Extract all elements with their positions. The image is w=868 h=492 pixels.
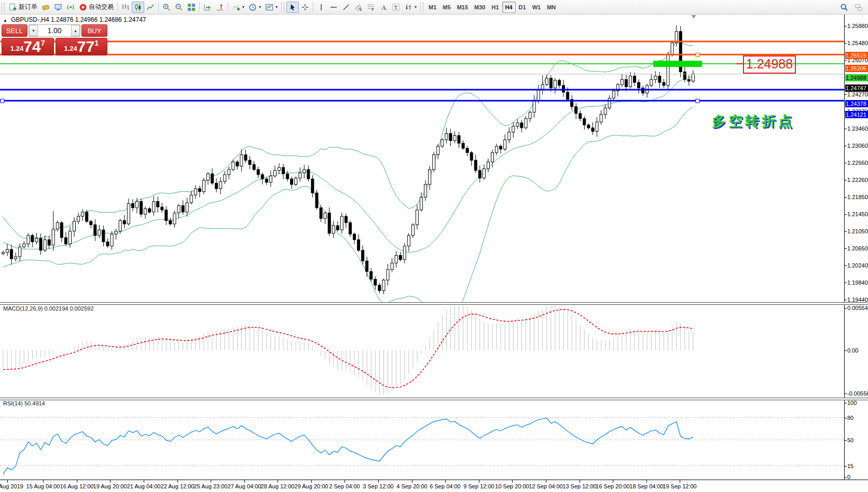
chat-button[interactable] xyxy=(852,2,865,13)
turn-price-annotation[interactable]: 1.24988 xyxy=(743,55,796,74)
time-tick-label: 25 Aug 23:00 xyxy=(194,483,228,489)
timeframe-m15[interactable]: M15 xyxy=(454,2,471,13)
equidistant-channel-button[interactable]: E xyxy=(352,2,365,13)
terminal-window-button[interactable] xyxy=(52,2,64,13)
resistance-line-2-handle[interactable] xyxy=(696,53,699,57)
collapse-trade-panel-icon[interactable]: ▲ xyxy=(3,18,7,23)
auto-scroll-button[interactable] xyxy=(201,2,214,13)
rsi-tick-label: 80 xyxy=(847,415,853,421)
axis-tick xyxy=(845,466,847,467)
turn-text-annotation[interactable]: 多空转折点 xyxy=(712,112,795,131)
toolbar-grip[interactable] xyxy=(281,3,284,12)
sell-price-sup: 7 xyxy=(41,39,45,47)
toolbar-separator xyxy=(158,2,159,12)
rsi-tick-label: 15 xyxy=(847,463,853,469)
time-tick-label: 3 Sep 12:00 xyxy=(363,483,393,489)
price-tick-label: 1.21050 xyxy=(847,228,868,234)
panel-splitter[interactable] xyxy=(0,302,868,305)
timeframe-m30-label: M30 xyxy=(474,4,485,10)
rsi-value: 50.4914 xyxy=(24,400,45,406)
buy-button[interactable]: BUY xyxy=(81,24,107,37)
indicators-button[interactable]: ▾ xyxy=(230,2,246,13)
resistance-line-1-price-label: 1.25515 xyxy=(845,52,868,59)
line-chart-button[interactable] xyxy=(144,2,157,13)
rsi-tick-label: 50 xyxy=(847,437,853,443)
time-tick-label: 22 Aug 12:00 xyxy=(161,483,195,489)
toolbar-separator xyxy=(117,2,118,12)
level-lines[interactable] xyxy=(0,41,845,103)
support-line-2-handle[interactable] xyxy=(696,99,699,103)
axis-tick xyxy=(845,231,847,232)
time-tick-label: 13 Sep 12:00 xyxy=(562,483,596,489)
timeframe-h4[interactable]: H4 xyxy=(502,2,516,13)
volume-increase-button[interactable]: ▲ xyxy=(71,25,80,36)
timeframe-mn[interactable]: MN xyxy=(544,2,559,13)
toolbar-grip[interactable] xyxy=(2,3,5,12)
toolbar-grip[interactable] xyxy=(420,3,423,12)
cursor-button[interactable] xyxy=(286,2,299,13)
timeframe-m30[interactable]: M30 xyxy=(471,2,488,13)
trendline-button[interactable] xyxy=(340,2,352,13)
chart-shift-marker[interactable] xyxy=(691,15,696,19)
volume-input[interactable] xyxy=(38,25,71,36)
periods-button[interactable]: ▾ xyxy=(246,2,263,13)
timeframe-m5[interactable]: M5 xyxy=(439,2,453,13)
macd-signal-line xyxy=(3,310,693,388)
buy-price[interactable]: 1.24 77 1 xyxy=(56,38,108,55)
support-line-2-price-label: 1.24121 xyxy=(845,111,868,118)
price-axis[interactable]: 1.258801.254801.250701.246701.242701.238… xyxy=(844,14,868,480)
templates-button[interactable]: ▾ xyxy=(263,2,280,13)
auto-trading-button-label: 自动交易 xyxy=(89,3,114,11)
search-button[interactable] xyxy=(838,2,850,13)
macd-pane[interactable] xyxy=(0,304,845,398)
chart-shift-button[interactable] xyxy=(214,2,226,13)
history-sponge-button[interactable] xyxy=(39,2,52,13)
fibonacci-button[interactable]: F xyxy=(365,2,377,13)
volume-decrease-button[interactable]: ▼ xyxy=(29,25,38,36)
arrow-objects-button[interactable]: ▾ xyxy=(402,2,419,13)
svg-text:T: T xyxy=(394,4,398,10)
tile-windows-button[interactable] xyxy=(185,2,198,13)
timeframe-d1[interactable]: D1 xyxy=(516,2,529,13)
time-tick-label: 12 Sep 04:00 xyxy=(529,483,562,489)
text-label-button[interactable]: T xyxy=(390,2,402,13)
macd-histogram xyxy=(3,305,693,395)
timeframe-w1[interactable]: W1 xyxy=(529,2,544,13)
buy-price-main: 77 xyxy=(77,39,94,54)
time-axis-tick xyxy=(144,480,144,483)
time-axis-tick xyxy=(311,480,312,483)
zoom-out-button[interactable] xyxy=(173,2,185,13)
bar-chart-button[interactable] xyxy=(119,2,132,13)
text-button[interactable]: A xyxy=(377,2,390,13)
panel-splitter[interactable] xyxy=(0,398,868,400)
turn-highlight-bar[interactable] xyxy=(653,61,702,67)
crosshair-button[interactable] xyxy=(299,2,311,13)
axis-tick xyxy=(845,403,847,403)
rsi-label: RSI(14) 50.4914 xyxy=(3,400,45,406)
sell-button[interactable]: SELL xyxy=(2,24,27,37)
timeframe-h1[interactable]: H1 xyxy=(488,2,502,13)
new-order-button[interactable]: 新订单 xyxy=(7,2,39,13)
time-axis-tick xyxy=(546,480,546,483)
candlestick-chart-button[interactable] xyxy=(132,2,144,13)
time-tick-label: 4 Sep 20:00 xyxy=(396,483,427,489)
auto-trading-button[interactable]: 自动交易 xyxy=(77,2,116,13)
one-click-trading-panel: SELL ▼ ▲ BUY 1.24 74 7 1.24 77 1 xyxy=(2,24,107,55)
support-line-1-price-label: 1.24378 xyxy=(845,100,868,107)
sell-price[interactable]: 1.24 74 7 xyxy=(2,38,54,55)
price-tick-label: 1.23060 xyxy=(847,143,868,149)
main-chart[interactable] xyxy=(0,14,845,302)
support-line-2-handle[interactable] xyxy=(1,99,4,103)
time-tick-label: 19 Aug 20:00 xyxy=(93,483,127,489)
price-tick-label: 1.21850 xyxy=(847,194,868,200)
sell-price-prefix: 1.24 xyxy=(10,45,23,52)
vertical-line-button[interactable] xyxy=(315,2,327,13)
ohlc-values: 1.24876 1.24966 1.24686 1.24747 xyxy=(51,16,146,23)
signals-button[interactable] xyxy=(64,2,77,13)
horizontal-line-button[interactable] xyxy=(327,2,340,13)
time-axis[interactable]: 13 Aug 201915 Aug 04:0016 Aug 12:0019 Au… xyxy=(0,480,868,492)
rsi-pane[interactable] xyxy=(0,399,845,480)
zoom-in-button[interactable] xyxy=(160,2,173,13)
timeframe-w1-label: W1 xyxy=(532,4,541,10)
timeframe-m1[interactable]: M1 xyxy=(425,2,439,13)
